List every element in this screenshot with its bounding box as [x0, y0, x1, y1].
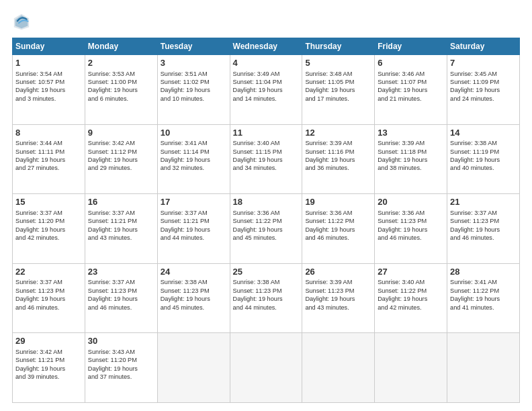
day-number: 15	[15, 196, 82, 208]
day-number: 20	[378, 196, 444, 208]
calendar-cell: 3Sunrise: 3:51 AMSunset: 11:02 PMDayligh…	[157, 55, 230, 125]
calendar-cell: 1Sunrise: 3:54 AMSunset: 10:57 PMDayligh…	[13, 55, 85, 125]
cell-info: Sunrise: 3:48 AMSunset: 11:05 PMDaylight…	[305, 70, 371, 103]
day-number: 29	[15, 335, 82, 347]
calendar-cell	[157, 333, 230, 403]
calendar-cell: 22Sunrise: 3:37 AMSunset: 11:23 PMDaylig…	[13, 263, 85, 333]
calendar-cell: 10Sunrise: 3:41 AMSunset: 11:14 PMDaylig…	[157, 124, 230, 194]
cell-info: Sunrise: 3:38 AMSunset: 11:19 PMDaylight…	[450, 139, 517, 173]
cell-info: Sunrise: 3:42 AMSunset: 11:12 PMDaylight…	[88, 139, 154, 173]
day-number: 11	[233, 127, 300, 139]
day-number: 21	[450, 196, 517, 208]
day-number: 26	[305, 266, 371, 278]
calendar-cell	[375, 333, 447, 403]
day-header-tuesday: Tuesday	[157, 38, 230, 55]
calendar-cell: 4Sunrise: 3:49 AMSunset: 11:04 PMDayligh…	[230, 55, 302, 125]
calendar-cell: 17Sunrise: 3:37 AMSunset: 11:21 PMDaylig…	[157, 194, 230, 264]
cell-info: Sunrise: 3:40 AMSunset: 11:22 PMDaylight…	[378, 278, 444, 312]
cell-info: Sunrise: 3:36 AMSunset: 11:23 PMDaylight…	[378, 209, 444, 242]
calendar-cell	[302, 333, 375, 403]
cell-info: Sunrise: 3:36 AMSunset: 11:22 PMDaylight…	[233, 209, 300, 242]
day-header-thursday: Thursday	[302, 38, 375, 55]
calendar-cell: 15Sunrise: 3:37 AMSunset: 11:20 PMDaylig…	[13, 194, 85, 264]
day-number: 19	[305, 196, 371, 208]
day-number: 5	[305, 57, 371, 69]
day-number: 3	[161, 57, 227, 69]
cell-info: Sunrise: 3:53 AMSunset: 11:00 PMDaylight…	[88, 70, 154, 103]
cell-info: Sunrise: 3:37 AMSunset: 11:23 PMDaylight…	[88, 278, 154, 312]
calendar-cell: 18Sunrise: 3:36 AMSunset: 11:22 PMDaylig…	[230, 194, 302, 264]
calendar-cell: 24Sunrise: 3:38 AMSunset: 11:23 PMDaylig…	[157, 263, 230, 333]
day-number: 23	[88, 266, 154, 278]
day-number: 22	[15, 266, 82, 278]
calendar-cell: 7Sunrise: 3:45 AMSunset: 11:09 PMDayligh…	[447, 55, 520, 125]
day-number: 9	[88, 127, 154, 139]
cell-info: Sunrise: 3:37 AMSunset: 11:21 PMDaylight…	[88, 209, 154, 242]
day-header-friday: Friday	[375, 38, 447, 55]
calendar-cell: 9Sunrise: 3:42 AMSunset: 11:12 PMDayligh…	[85, 124, 157, 194]
day-number: 10	[161, 127, 227, 139]
cell-info: Sunrise: 3:51 AMSunset: 11:02 PMDaylight…	[161, 70, 227, 103]
calendar-cell: 23Sunrise: 3:37 AMSunset: 11:23 PMDaylig…	[85, 263, 157, 333]
calendar-cell: 27Sunrise: 3:40 AMSunset: 11:22 PMDaylig…	[375, 263, 447, 333]
day-number: 16	[88, 196, 154, 208]
day-number: 17	[161, 196, 227, 208]
day-number: 8	[15, 127, 82, 139]
cell-info: Sunrise: 3:46 AMSunset: 11:07 PMDaylight…	[378, 70, 444, 103]
cell-info: Sunrise: 3:38 AMSunset: 11:23 PMDaylight…	[161, 278, 227, 312]
calendar-cell: 19Sunrise: 3:36 AMSunset: 11:22 PMDaylig…	[302, 194, 375, 264]
day-number: 18	[233, 196, 300, 208]
day-number: 30	[88, 335, 154, 347]
calendar-cell	[447, 333, 520, 403]
calendar-cell	[230, 333, 302, 403]
day-header-wednesday: Wednesday	[230, 38, 302, 55]
cell-info: Sunrise: 3:39 AMSunset: 11:18 PMDaylight…	[378, 139, 444, 173]
calendar-cell: 8Sunrise: 3:44 AMSunset: 11:11 PMDayligh…	[13, 124, 85, 194]
day-header-monday: Monday	[85, 38, 157, 55]
cell-info: Sunrise: 3:38 AMSunset: 11:23 PMDaylight…	[233, 278, 300, 312]
cell-info: Sunrise: 3:45 AMSunset: 11:09 PMDaylight…	[450, 70, 517, 103]
cell-info: Sunrise: 3:41 AMSunset: 11:22 PMDaylight…	[450, 278, 517, 312]
day-number: 28	[450, 266, 517, 278]
calendar-cell: 11Sunrise: 3:40 AMSunset: 11:15 PMDaylig…	[230, 124, 302, 194]
calendar-cell: 2Sunrise: 3:53 AMSunset: 11:00 PMDayligh…	[85, 55, 157, 125]
day-number: 7	[450, 57, 517, 69]
cell-info: Sunrise: 3:37 AMSunset: 11:21 PMDaylight…	[161, 209, 227, 242]
calendar-cell: 13Sunrise: 3:39 AMSunset: 11:18 PMDaylig…	[375, 124, 447, 194]
calendar-cell: 14Sunrise: 3:38 AMSunset: 11:19 PMDaylig…	[447, 124, 520, 194]
day-number: 24	[161, 266, 227, 278]
calendar-cell: 26Sunrise: 3:39 AMSunset: 11:23 PMDaylig…	[302, 263, 375, 333]
calendar-cell: 6Sunrise: 3:46 AMSunset: 11:07 PMDayligh…	[375, 55, 447, 125]
cell-info: Sunrise: 3:37 AMSunset: 11:20 PMDaylight…	[15, 209, 82, 242]
day-number: 1	[15, 57, 82, 69]
cell-info: Sunrise: 3:39 AMSunset: 11:23 PMDaylight…	[305, 278, 371, 312]
day-number: 25	[233, 266, 300, 278]
calendar-cell: 20Sunrise: 3:36 AMSunset: 11:23 PMDaylig…	[375, 194, 447, 264]
cell-info: Sunrise: 3:37 AMSunset: 11:23 PMDaylight…	[15, 278, 82, 312]
cell-info: Sunrise: 3:41 AMSunset: 11:14 PMDaylight…	[161, 139, 227, 173]
day-header-saturday: Saturday	[447, 38, 520, 55]
calendar-cell: 12Sunrise: 3:39 AMSunset: 11:16 PMDaylig…	[302, 124, 375, 194]
day-header-sunday: Sunday	[13, 38, 85, 55]
day-number: 27	[378, 266, 444, 278]
calendar-cell: 5Sunrise: 3:48 AMSunset: 11:05 PMDayligh…	[302, 55, 375, 125]
calendar-cell: 28Sunrise: 3:41 AMSunset: 11:22 PMDaylig…	[447, 263, 520, 333]
day-number: 4	[233, 57, 300, 69]
cell-info: Sunrise: 3:36 AMSunset: 11:22 PMDaylight…	[305, 209, 371, 242]
calendar-cell: 29Sunrise: 3:42 AMSunset: 11:21 PMDaylig…	[13, 333, 85, 403]
cell-info: Sunrise: 3:37 AMSunset: 11:23 PMDaylight…	[450, 209, 517, 242]
calendar-cell: 16Sunrise: 3:37 AMSunset: 11:21 PMDaylig…	[85, 194, 157, 264]
day-number: 14	[450, 127, 517, 139]
cell-info: Sunrise: 3:54 AMSunset: 10:57 PMDaylight…	[15, 70, 82, 103]
cell-info: Sunrise: 3:43 AMSunset: 11:20 PMDaylight…	[88, 348, 154, 381]
day-number: 6	[378, 57, 444, 69]
cell-info: Sunrise: 3:49 AMSunset: 11:04 PMDaylight…	[233, 70, 300, 103]
day-number: 2	[88, 57, 154, 69]
calendar-cell: 30Sunrise: 3:43 AMSunset: 11:20 PMDaylig…	[85, 333, 157, 403]
calendar-cell: 21Sunrise: 3:37 AMSunset: 11:23 PMDaylig…	[447, 194, 520, 264]
cell-info: Sunrise: 3:42 AMSunset: 11:21 PMDaylight…	[15, 348, 82, 381]
cell-info: Sunrise: 3:44 AMSunset: 11:11 PMDaylight…	[15, 139, 82, 173]
day-number: 12	[305, 127, 371, 139]
cell-info: Sunrise: 3:39 AMSunset: 11:16 PMDaylight…	[305, 139, 371, 173]
calendar-table: SundayMondayTuesdayWednesdayThursdayFrid…	[12, 38, 520, 403]
